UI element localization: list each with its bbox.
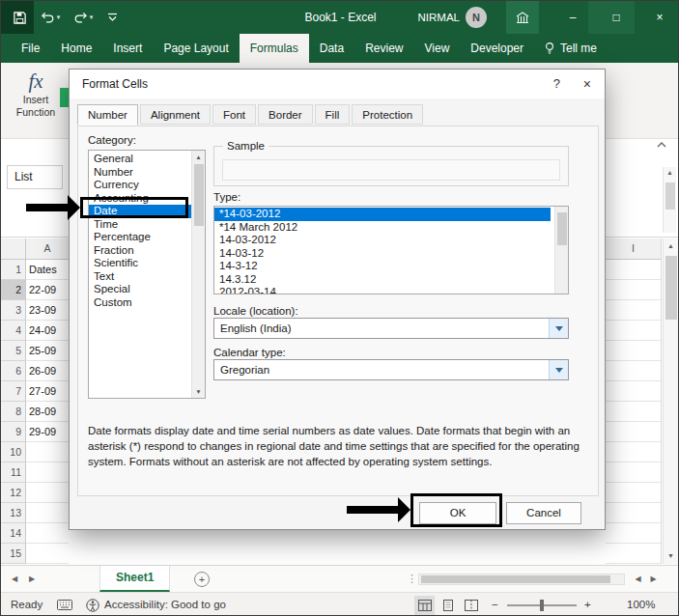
horizontal-scroll-thumb[interactable]	[421, 575, 610, 583]
cell[interactable]	[606, 503, 661, 523]
view-normal-button[interactable]	[414, 596, 435, 615]
type-option-5[interactable]: 14.3.12	[214, 273, 551, 287]
category-custom[interactable]: Custom	[89, 296, 191, 310]
type-scrollbar[interactable]	[554, 207, 568, 294]
maximize-button[interactable]: □	[602, 1, 631, 34]
cell[interactable]	[606, 260, 661, 280]
row-header[interactable]: 4	[1, 321, 26, 341]
column-header-i[interactable]: I	[606, 238, 661, 260]
cell-a8[interactable]: 28-09	[26, 402, 69, 422]
ribbon-tab-review[interactable]: Review	[354, 34, 413, 63]
type-option-6[interactable]: 2012-03-14	[214, 286, 551, 294]
row-header[interactable]: 13	[1, 503, 26, 523]
cell-a7[interactable]: 27-09	[26, 381, 69, 402]
category-fraction[interactable]: Fraction	[89, 244, 191, 258]
zoom-slider-thumb[interactable]	[540, 600, 544, 611]
zoom-out-button[interactable]: −	[492, 593, 498, 616]
cell-a10[interactable]	[26, 442, 69, 462]
cell[interactable]	[606, 442, 661, 462]
category-special[interactable]: Special	[89, 283, 191, 296]
view-page-layout-button[interactable]	[438, 596, 458, 615]
category-scientific[interactable]: Scientific	[89, 257, 191, 270]
row-header[interactable]: 3	[1, 300, 26, 321]
category-number[interactable]: Number	[89, 166, 191, 180]
dropdown-button[interactable]	[549, 360, 568, 379]
type-option-1[interactable]: *14 March 2012	[214, 221, 551, 235]
name-box[interactable]: List	[7, 165, 63, 189]
add-sheet-button[interactable]: +	[194, 572, 210, 587]
row-header[interactable]: 11	[1, 462, 26, 483]
ribbon-tab-page-layout[interactable]: Page Layout	[153, 34, 239, 63]
type-option-3[interactable]: 14-03-12	[214, 247, 551, 261]
horizontal-scrollbar[interactable]	[418, 574, 625, 585]
type-option-0[interactable]: *14-03-2012	[214, 208, 551, 221]
row-header[interactable]: 14	[1, 523, 26, 544]
formula-bar-scrollbar[interactable]: ▲	[663, 167, 676, 233]
row-header[interactable]: 9	[1, 422, 26, 442]
category-currency[interactable]: Currency	[89, 179, 191, 192]
cell[interactable]	[606, 361, 661, 381]
cell-a3[interactable]: 23-09	[26, 300, 69, 321]
row-header[interactable]: 6	[1, 361, 26, 381]
dropdown-button[interactable]	[549, 319, 568, 338]
category-general[interactable]: General	[89, 153, 191, 166]
row-header[interactable]: 7	[1, 381, 26, 402]
type-listbox[interactable]: *14-03-2012 *14 March 2012 14-03-2012 14…	[213, 206, 569, 294]
cancel-button[interactable]: Cancel	[506, 502, 581, 524]
scroll-down-icon[interactable]: ▼	[192, 385, 205, 398]
row-header[interactable]: 1	[1, 260, 26, 280]
close-button[interactable]: ×	[645, 1, 674, 34]
formula-scroll-thumb[interactable]	[665, 182, 675, 210]
row-header[interactable]: 12	[1, 483, 26, 503]
ribbon-tab-home[interactable]: Home	[50, 34, 102, 63]
cell-a13[interactable]	[26, 503, 69, 523]
collapse-ribbon-button[interactable]	[656, 141, 671, 153]
category-time[interactable]: Time	[89, 218, 191, 232]
account-name[interactable]: NIRMAL	[418, 1, 460, 34]
category-percentage[interactable]: Percentage	[89, 231, 191, 244]
save-button[interactable]	[9, 1, 30, 34]
cell-a6[interactable]: 26-09	[26, 361, 69, 381]
dialog-close-button[interactable]: ×	[583, 70, 591, 98]
sheet-nav-right-button[interactable]: ▶	[24, 566, 40, 592]
minimize-button[interactable]: –	[558, 1, 587, 34]
cell-a5[interactable]: 25-09	[26, 341, 69, 361]
locale-combobox[interactable]: English (India)	[213, 318, 569, 339]
ribbon-tab-view[interactable]: View	[414, 34, 461, 63]
cell-a15[interactable]	[26, 544, 69, 564]
dialog-tab-border[interactable]: Border	[258, 104, 313, 125]
cell[interactable]	[606, 483, 661, 503]
dialog-tab-protection[interactable]: Protection	[352, 104, 423, 125]
cell[interactable]	[606, 544, 661, 564]
cell-a1[interactable]: Dates	[26, 260, 69, 280]
category-scrollbar[interactable]: ▲ ▼	[191, 151, 205, 398]
cell[interactable]	[606, 341, 661, 361]
scroll-down-button[interactable]: ▼	[664, 548, 678, 564]
category-text[interactable]: Text	[89, 270, 191, 284]
cell-a11[interactable]	[26, 462, 69, 483]
cell[interactable]	[606, 462, 661, 483]
cell-a2[interactable]: 22-09	[26, 280, 69, 300]
ribbon-tab-formulas[interactable]: Formulas	[240, 34, 309, 63]
insert-function-button[interactable]: fx Insert Function	[7, 69, 65, 134]
scroll-up-icon[interactable]: ▲	[192, 151, 205, 163]
avatar[interactable]: N	[466, 7, 487, 28]
dialog-tab-font[interactable]: Font	[212, 104, 256, 125]
type-option-2[interactable]: 14-03-2012	[214, 234, 551, 247]
cell[interactable]	[606, 523, 661, 544]
cell[interactable]	[606, 381, 661, 402]
column-header-a[interactable]: A	[26, 238, 69, 260]
row-header[interactable]: 8	[1, 402, 26, 422]
cell[interactable]	[606, 280, 661, 300]
cell[interactable]	[606, 422, 661, 442]
scroll-up-icon[interactable]: ▲	[664, 167, 676, 179]
vertical-scrollbar[interactable]: ▲ ▼	[663, 238, 678, 564]
scroll-thumb[interactable]	[557, 212, 567, 245]
cell[interactable]	[606, 402, 661, 422]
undo-button[interactable]: ▾	[38, 1, 63, 34]
row-header[interactable]: 10	[1, 442, 26, 462]
category-listbox[interactable]: General Number Currency Accounting Date …	[88, 150, 206, 399]
scroll-right-button[interactable]: ▶	[646, 566, 661, 592]
dialog-tab-number[interactable]: Number	[77, 104, 138, 126]
dialog-tab-alignment[interactable]: Alignment	[140, 104, 211, 125]
